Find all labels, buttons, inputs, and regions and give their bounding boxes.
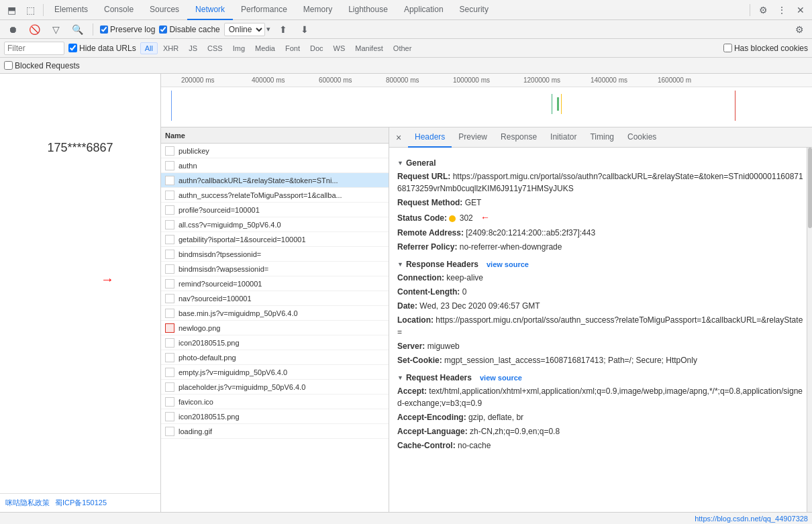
upload-button[interactable]: ⬆ [274, 21, 292, 38]
tab-elements[interactable]: Elements [46, 0, 96, 20]
clear-button[interactable]: 🚫 [26, 21, 43, 38]
list-item[interactable]: authn [161, 158, 389, 173]
filter-doc[interactable]: Doc [305, 42, 328, 54]
tab-initiator[interactable]: Initiator [544, 127, 583, 148]
blocked-requests-checkbox[interactable] [4, 61, 13, 70]
tab-preview[interactable]: Preview [452, 127, 494, 148]
dock-icon[interactable]: ⬒ [3, 1, 20, 19]
list-item[interactable]: publickey [161, 144, 389, 158]
list-item[interactable]: favicon.ico [161, 395, 389, 409]
list-item[interactable]: base.min.js?v=miguidmp_50pV6.4.0 [161, 306, 389, 321]
set-cookie-label: Set-Cookie: [397, 356, 442, 365]
timeline-area: 200000 ms 400000 ms 600000 ms 800000 ms … [161, 74, 812, 127]
view-source-response[interactable]: view source [487, 260, 529, 268]
tab-timing[interactable]: Timing [583, 127, 621, 148]
list-item[interactable]: icon20180515.png [161, 409, 389, 424]
filter-xhr[interactable]: XHR [158, 42, 183, 54]
tab-response[interactable]: Response [494, 127, 544, 148]
throttle-arrow: ▾ [266, 25, 270, 34]
list-item[interactable]: all.css?v=miguidmp_50pV6.4.0 [161, 217, 389, 232]
filter-font[interactable]: Font [281, 42, 305, 54]
list-item[interactable]: remind?sourceid=100001 [161, 276, 389, 291]
download-button[interactable]: ⬇ [296, 21, 313, 38]
filter-js[interactable]: JS [184, 42, 202, 54]
tab-cookies[interactable]: Cookies [621, 127, 663, 148]
list-item[interactable]: authn?callbackURL=&relayState=&token=STn… [161, 173, 389, 188]
tab-headers[interactable]: Headers [408, 127, 452, 148]
requests-header: Name [161, 127, 389, 144]
undock-icon[interactable]: ⬚ [21, 1, 39, 19]
filter-img[interactable]: Img [228, 42, 250, 54]
icp-link[interactable]: 蜀ICP备150125 [55, 498, 107, 508]
connection-label: Connection: [397, 273, 444, 282]
requests-list[interactable]: Name publickey authn authn?callbackURL=&… [161, 127, 389, 512]
request-name: all.css?v=miguidmp_50pV6.4.0 [179, 221, 385, 229]
close-devtools-button[interactable]: ✕ [792, 1, 809, 19]
list-item[interactable]: bindmsisdn?tpsessionid= [161, 247, 389, 262]
request-headers-section-header[interactable]: Request Headers view source [397, 373, 804, 382]
preserve-log-label[interactable]: Preserve log [100, 25, 155, 34]
set-cookie-val: mgpt_session_last_access=1608716817413; … [444, 356, 697, 365]
list-item[interactable]: bindmsisdn?wapsessionid= [161, 262, 389, 276]
throttle-select[interactable]: Online [224, 23, 265, 36]
request-icon [165, 382, 174, 392]
filter-button[interactable]: ▽ [47, 21, 64, 38]
disable-cache-checkbox[interactable] [159, 25, 167, 34]
server-val: miguweb [427, 342, 460, 351]
scrollbar-thumb[interactable] [808, 148, 812, 228]
hide-data-checkbox[interactable] [68, 44, 77, 52]
status-label: Status Code: [397, 213, 447, 223]
more-button[interactable]: ⋮ [773, 1, 791, 19]
tab-application[interactable]: Application [396, 0, 452, 20]
list-item[interactable]: empty.js?v=miguidmp_50pV6.4.0 [161, 365, 389, 380]
settings-button[interactable]: ⚙ [754, 1, 772, 19]
list-item[interactable]: placeholder.js?v=miguidmp_50pV6.4.0 [161, 380, 389, 395]
filter-ws[interactable]: WS [329, 42, 350, 54]
filter-all[interactable]: All [140, 42, 158, 54]
remote-address-row: Remote Address: [2409:8c20:1214:200::ab5… [397, 227, 804, 239]
hide-data-label[interactable]: Hide data URLs [68, 44, 136, 53]
record-button[interactable]: ⏺ [4, 21, 21, 38]
list-item[interactable]: newlogo.png [161, 321, 389, 335]
tab-network[interactable]: Network [187, 0, 233, 20]
list-item[interactable]: authn_success?relateToMiguPassport=1&cal… [161, 188, 389, 203]
content-length-row: Content-Length: 0 [397, 286, 804, 298]
preserve-log-checkbox[interactable] [100, 25, 108, 34]
tab-sources[interactable]: Sources [142, 0, 187, 20]
list-item[interactable]: photo-default.png [161, 350, 389, 365]
network-settings-button[interactable]: ⚙ [791, 21, 808, 38]
list-item[interactable]: loading.gif [161, 424, 389, 439]
filter-other[interactable]: Other [389, 42, 417, 54]
tab-security[interactable]: Security [452, 0, 497, 20]
has-blocked-label[interactable]: Has blocked cookies [723, 44, 808, 53]
privacy-link[interactable]: 咪咕隐私政策 [5, 498, 50, 508]
tab-performance[interactable]: Performance [233, 0, 295, 20]
list-item[interactable]: nav?sourceid=100001 [161, 291, 389, 306]
filter-css[interactable]: CSS [203, 42, 227, 54]
filter-manifest[interactable]: Manifest [350, 42, 388, 54]
status-code-row: Status Code: 302 ← [397, 211, 804, 225]
general-section-header[interactable]: General [397, 158, 804, 168]
request-name: placeholder.js?v=miguidmp_50pV6.4.0 [179, 383, 385, 391]
tab-memory[interactable]: Memory [295, 0, 340, 20]
response-headers-section-header[interactable]: Response Headers view source [397, 260, 804, 269]
request-url-row: Request URL: https://passport.migu.cn/po… [397, 170, 804, 195]
content-length-label: Content-Length: [397, 287, 460, 297]
list-item[interactable]: profile?sourceid=100001 [161, 203, 389, 217]
date-row: Date: Wed, 23 Dec 2020 09:46:57 GMT [397, 300, 804, 312]
tab-lighthouse[interactable]: Lighthouse [340, 0, 396, 20]
request-icon [165, 235, 174, 244]
list-item[interactable]: icon20180515.png [161, 335, 389, 350]
disable-cache-label[interactable]: Disable cache [159, 25, 219, 34]
tick-1: 200000 ms [181, 76, 214, 84]
blocked-requests-label[interactable]: Blocked Requests [4, 61, 80, 70]
search-button[interactable]: 🔍 [68, 21, 86, 38]
filter-media[interactable]: Media [250, 42, 280, 54]
has-blocked-checkbox[interactable] [723, 44, 732, 52]
view-source-request[interactable]: view source [480, 374, 522, 382]
filter-input[interactable] [7, 44, 61, 53]
list-item[interactable]: getability?isportal=1&sourceid=100001 [161, 232, 389, 247]
tab-console[interactable]: Console [96, 0, 142, 20]
close-details-button[interactable]: × [392, 131, 405, 144]
tab-bar: ⬒ ⬚ Elements Console Sources Network Per… [0, 0, 812, 20]
